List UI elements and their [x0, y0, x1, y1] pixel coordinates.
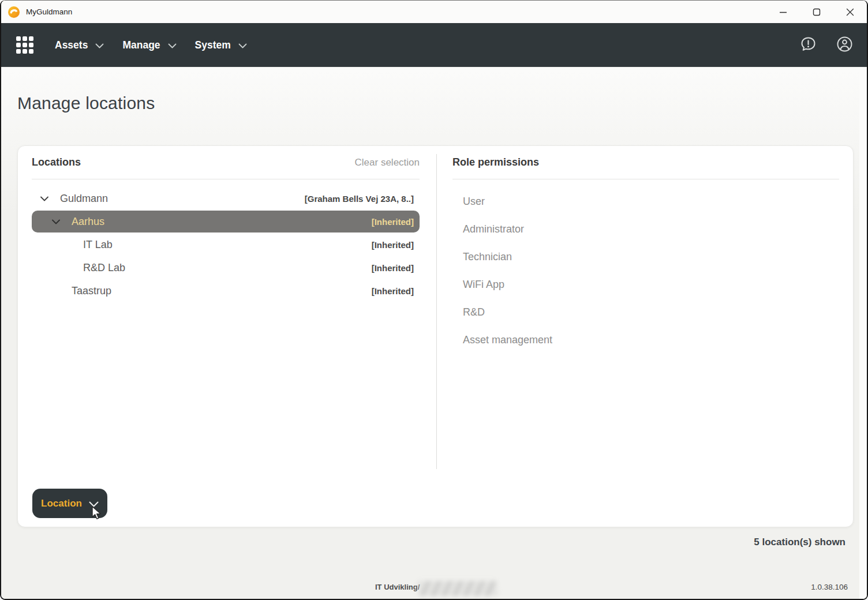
- navbar-right: [799, 35, 854, 55]
- roles-list: UserAdministratorTechnicianWiFi AppR&DAs…: [452, 187, 839, 354]
- environment-label: IT Udvikling/: [375, 583, 420, 591]
- chevron-down-icon: [95, 42, 104, 48]
- role-permissions-header: Role permissions: [452, 146, 839, 179]
- app-logo-icon: [8, 6, 20, 18]
- role-item[interactable]: User: [452, 187, 839, 215]
- scrollbar-gutter: [859, 68, 867, 599]
- location-inheritance-label: [Graham Bells Vej 23A, 8..]: [305, 194, 420, 204]
- minimize-button[interactable]: [766, 1, 800, 23]
- locations-panel-header: Locations Clear selection: [32, 146, 420, 179]
- locations-panel: Locations Clear selection Guldmann[Graha…: [18, 146, 436, 527]
- nav-item-label: Assets: [55, 39, 88, 51]
- redacted-text: [418, 581, 497, 596]
- app-window: MyGuldmann Assets Manage: [0, 0, 868, 600]
- chevron-down-icon[interactable]: [50, 219, 62, 224]
- role-permissions-panel: Role permissions UserAdministratorTechni…: [437, 146, 853, 354]
- location-tree-row[interactable]: IT Lab[Inherited]: [32, 233, 420, 256]
- location-tree-row[interactable]: Guldmann[Graham Bells Vej 23A, 8..]: [32, 187, 420, 210]
- apps-grid-button[interactable]: [16, 36, 34, 54]
- locations-card: Locations Clear selection Guldmann[Graha…: [17, 145, 854, 527]
- location-button-label: Location: [41, 498, 82, 509]
- page-title: Manage locations: [17, 93, 155, 113]
- role-item[interactable]: Administrator: [452, 215, 839, 243]
- location-inheritance-label: [Inherited]: [372, 217, 420, 227]
- nav-item-label: Manage: [122, 39, 160, 51]
- location-name: Aarhus: [72, 216, 372, 228]
- role-item[interactable]: WiFi App: [452, 271, 839, 298]
- nav-item-assets[interactable]: Assets: [55, 39, 104, 51]
- role-item[interactable]: R&D: [452, 298, 839, 326]
- close-button[interactable]: [833, 1, 867, 23]
- chevron-down-icon[interactable]: [39, 196, 50, 201]
- chevron-down-icon: [168, 42, 177, 48]
- nav-item-system[interactable]: System: [195, 39, 247, 51]
- location-name: Taastrup: [72, 285, 372, 297]
- nav-item-label: System: [195, 39, 231, 51]
- locations-title: Locations: [32, 156, 81, 168]
- feedback-button[interactable]: [799, 35, 817, 55]
- location-add-button[interactable]: Location: [32, 489, 107, 518]
- window-title: MyGuldmann: [26, 7, 72, 16]
- location-inheritance-label: [Inherited]: [372, 263, 420, 273]
- location-inheritance-label: [Inherited]: [372, 240, 420, 250]
- title-bar: MyGuldmann: [1, 1, 867, 23]
- main-navbar: Assets Manage System: [1, 23, 867, 67]
- location-tree-row[interactable]: R&D Lab[Inherited]: [32, 256, 420, 279]
- chevron-down-icon: [238, 42, 247, 48]
- location-tree: Guldmann[Graham Bells Vej 23A, 8..]Aarhu…: [32, 187, 420, 302]
- window-controls: [766, 1, 867, 23]
- maximize-button[interactable]: [800, 1, 833, 23]
- location-tree-row[interactable]: Aarhus[Inherited]: [32, 211, 420, 232]
- location-inheritance-label: [Inherited]: [372, 286, 420, 296]
- nav-item-manage[interactable]: Manage: [122, 39, 176, 51]
- speech-bubble-alert-icon: [799, 35, 817, 55]
- location-name: R&D Lab: [83, 262, 372, 274]
- locations-count-status: 5 location(s) shown: [754, 537, 845, 548]
- apps-grid-icon: [16, 36, 33, 54]
- location-tree-row[interactable]: Taastrup[Inherited]: [32, 279, 420, 302]
- clear-selection-button[interactable]: Clear selection: [355, 157, 420, 168]
- chevron-down-icon: [89, 500, 99, 507]
- location-name: Guldmann: [60, 193, 305, 205]
- account-button[interactable]: [836, 35, 854, 55]
- role-item[interactable]: Technician: [452, 243, 839, 271]
- location-name: IT Lab: [83, 239, 372, 251]
- app-version: 1.0.38.106: [811, 583, 848, 591]
- user-profile-icon: [836, 35, 854, 55]
- role-item[interactable]: Asset management: [452, 326, 839, 354]
- role-permissions-title: Role permissions: [452, 156, 539, 168]
- main-content: Manage locations Locations Clear selecti…: [1, 68, 867, 599]
